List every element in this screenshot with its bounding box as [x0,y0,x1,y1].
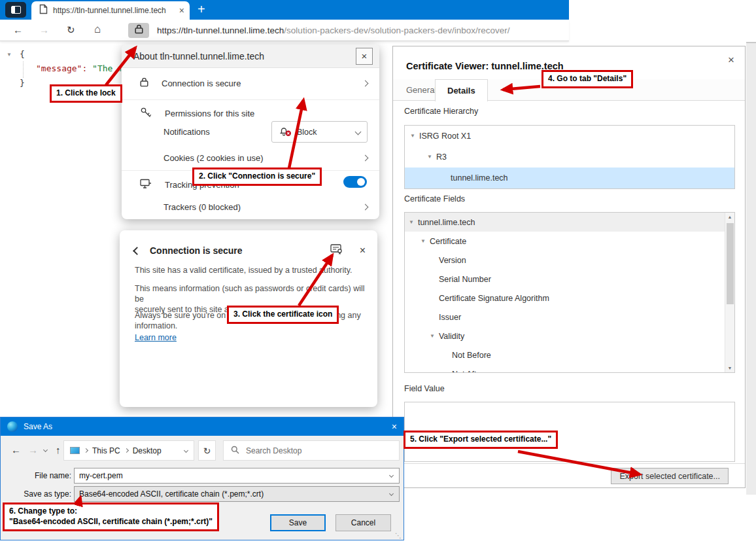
field-item[interactable]: Issuer [405,308,734,326]
scroll-down-icon[interactable]: ▼ [725,366,734,370]
tab-title: https://tln-tunnel.tunnel.lime.tech [53,6,174,15]
collapse-triangle-icon[interactable]: ▼ [421,239,426,244]
forward-icon[interactable]: → [39,24,49,35]
hierarchy-item-label: ISRG Root X1 [419,132,471,141]
secure-popup-close-icon[interactable]: × [360,245,366,256]
back-icon[interactable]: ← [11,444,21,455]
certificate-fields-list: ▼tunnel.lime.tech ▼Certificate Version S… [404,212,735,373]
save-as-title: Save As [24,422,52,431]
learn-more-link[interactable]: Learn more [135,333,177,342]
collapse-triangle-icon[interactable]: ▼ [430,334,435,339]
cookies-label: Cookies (2 cookies in use) [163,153,263,163]
hierarchy-item-label: R3 [436,152,447,162]
breadcrumb[interactable]: This PC Desktop [63,440,194,461]
about-close-button[interactable]: × [356,48,373,65]
field-item[interactable]: Certificate Signature Algorithm [405,289,734,308]
notifications-dropdown[interactable]: Block [271,121,368,143]
resize-grip[interactable]: ⋱ [395,532,402,539]
annotation-step-4: 4. Go to tab "Details" [541,70,633,88]
field-item[interactable]: Serial Number [405,270,734,289]
save-as-type-value: Base64-encoded ASCII, certificate chain … [79,489,264,499]
home-icon[interactable]: ⌂ [94,23,101,36]
lock-icon [135,24,143,37]
divider [122,99,379,100]
up-arrow-icon[interactable]: ↑ [56,444,61,455]
hierarchy-item-selected[interactable]: tunnel.lime.tech [405,168,734,188]
scrollbar-thumb[interactable] [727,223,734,304]
export-certificate-button[interactable]: Export selected certificate... [611,468,729,484]
notifications-value: Block [297,128,317,137]
connection-secure-row[interactable]: Connection is secure [140,73,368,93]
tracking-prevention-icon [140,179,152,191]
json-expand-triangle-icon[interactable]: ▼ [7,52,12,58]
key-icon [140,107,152,120]
file-name-label: File name: [6,471,71,480]
search-input[interactable]: Search Desktop [223,440,400,461]
field-item-label: Not Before [452,351,491,360]
field-item[interactable]: ▼tunnel.lime.tech [405,213,734,232]
breadcrumb-desktop[interactable]: Desktop [133,446,162,455]
tab-close-icon[interactable]: × [179,6,184,15]
save-as-close-icon[interactable]: × [392,421,397,432]
about-site-popup: About tln-tunnel.tunnel.lime.tech × Conn… [122,44,379,219]
tab-details[interactable]: Details [435,79,488,101]
chevron-down-icon[interactable] [43,448,48,452]
url-path: /solution-packers-dev/solution-packers-d… [284,26,509,35]
chevron-down-icon[interactable] [184,448,188,453]
hierarchy-item[interactable]: ▼ISRG Root X1 [405,126,734,147]
file-name-input[interactable]: my-cert.pem [74,468,400,484]
notifications-label: Notifications [163,127,210,137]
refresh-icon[interactable]: ↻ [67,24,75,36]
chevron-down-icon [389,473,394,478]
permissions-row[interactable]: Permissions for this site [140,103,368,123]
tracking-prevention-toggle[interactable] [343,176,367,188]
hierarchy-item[interactable]: ▼R3 [405,147,734,168]
field-item[interactable]: Version [405,251,734,270]
save-as-toolbar: ← → ↑ This PC Desktop ↻ Search Desktop [1,440,404,461]
tab-general[interactable]: General [406,85,436,95]
field-item[interactable]: Not After [405,364,734,373]
tab-actions-button[interactable] [5,2,26,18]
certificate-icon[interactable] [330,243,343,258]
save-as-type-dropdown[interactable]: Base64-encoded ASCII, certificate chain … [74,486,400,502]
back-chevron-icon[interactable] [133,247,141,255]
field-item[interactable]: Not Before [405,345,734,364]
certificate-hierarchy-label: Certificate Hierarchy [404,107,478,116]
about-popup-title: About tln-tunnel.tunnel.lime.tech [133,51,264,62]
fields-scrollbar[interactable]: ▲ ▼ [725,213,734,372]
site-info-lock-button[interactable] [128,23,149,38]
chevron-right-icon [362,80,369,86]
cert-viewer-footer: Export selected certificate... [393,463,745,487]
collapse-triangle-icon[interactable]: ▼ [409,220,414,225]
field-item[interactable]: ▼Validity [405,326,734,345]
scroll-up-icon[interactable]: ▲ [725,215,734,219]
cookies-row[interactable]: Cookies (2 cookies in use) [140,148,368,168]
json-indent-guide [23,62,24,78]
browser-tab[interactable]: https://tln-tunnel.tunnel.lime.tech × [31,1,190,20]
cert-viewer-title: Certificate Viewer: tunnel.lime.tech [406,61,564,71]
breadcrumb-this-pc[interactable]: This PC [92,446,120,455]
field-item-label: Not After [452,370,484,374]
collapse-triangle-icon[interactable]: ▼ [427,154,432,160]
trackers-row[interactable]: Trackers (0 blocked) [140,197,368,217]
page-document-icon [39,4,48,17]
collapse-triangle-icon[interactable]: ▼ [410,133,415,139]
field-item-label: Validity [439,332,464,341]
url-address[interactable]: https://tln-tunnel.tunnel.lime.tech/solu… [157,26,510,35]
json-line: "message": "The met [36,63,133,73]
cancel-button[interactable]: Cancel [335,514,391,531]
back-icon[interactable]: ← [13,24,23,35]
file-name-value: my-cert.pem [79,471,123,480]
field-item-label: Certificate [430,237,466,246]
save-button[interactable]: Save [270,514,326,531]
forward-icon[interactable]: → [28,444,38,455]
field-item[interactable]: ▼Certificate [405,232,734,251]
secure-popup-header: Connection is secure × [120,230,377,258]
background-window-edge [746,42,756,495]
breadcrumb-separator-icon [124,448,129,453]
refresh-button[interactable]: ↻ [198,440,216,461]
new-tab-button[interactable]: + [198,2,205,17]
cert-viewer-close-icon[interactable]: × [728,54,734,67]
trackers-label: Trackers (0 blocked) [163,202,241,212]
search-placeholder: Search Desktop [246,446,301,455]
